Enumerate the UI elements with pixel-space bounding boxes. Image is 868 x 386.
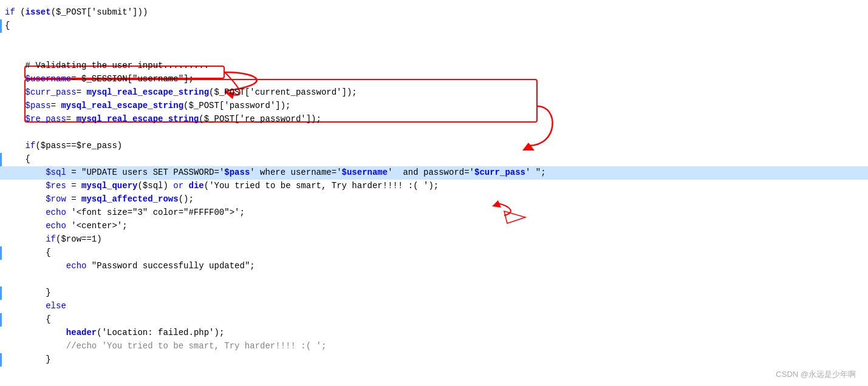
code-line-header: header('Location: failed.php');: [0, 327, 868, 340]
line-content-brace1: {: [0, 153, 868, 166]
code-line-empty-3: [0, 126, 868, 140]
line-content-echo1: echo '<font size="3" color="#FFFF00">';: [0, 206, 868, 219]
line-content-if-row: if($row==1): [0, 233, 868, 246]
code-container: if (isset($_POST['submit'])) { # Validat…: [0, 0, 868, 386]
code-line-echo1: echo '<font size="3" color="#FFFF00">';: [0, 206, 868, 220]
code-line-sql: $sql = "UPDATE users SET PASSWORD='$pass…: [0, 166, 868, 180]
line-content-re-pass: $re_pass= mysql_real_escape_string($_POS…: [0, 113, 868, 126]
code-line-res: $res = mysql_query($sql) or die('You tri…: [0, 180, 868, 193]
code-line-username: $username= $_SESSION["username"];: [0, 73, 868, 86]
code-line-if-row: if($row==1): [0, 233, 868, 246]
line-content-brace3: {: [0, 313, 868, 326]
line-content-close-brace1: }: [0, 286, 868, 299]
line-content-comment2: //echo 'You tried to be smart, Try harde…: [0, 340, 868, 353]
line-content-else: else: [0, 300, 868, 313]
line-content-pass: $pass= mysql_real_escape_string($_POST['…: [0, 100, 868, 112]
code-line-if-pass: if($pass==$re_pass): [0, 140, 868, 153]
code-line-comment2: //echo 'You tried to be smart, Try harde…: [0, 340, 868, 353]
line-content-echo-success: echo "Password successfully updated";: [0, 260, 868, 273]
code-line-echo-success: echo "Password successfully updated";: [0, 260, 868, 273]
code-line-echo2: echo '<center>';: [0, 220, 868, 233]
line-content-comment: # Validating the user input.........: [0, 59, 868, 72]
csdn-watermark: CSDN @永远是少年啊: [776, 368, 856, 381]
code-line-empty-4: [0, 273, 868, 286]
code-line-empty-2: [0, 46, 868, 59]
line-content-res: $res = mysql_query($sql) or die('You tri…: [0, 180, 868, 192]
line-content-2: {: [0, 19, 868, 32]
code-line-1: if (isset($_POST['submit'])): [0, 6, 868, 19]
line-content-row: $row = mysql_affected_rows();: [0, 193, 868, 206]
code-line-brace1: {: [0, 153, 868, 166]
code-line-re-pass: $re_pass= mysql_real_escape_string($_POS…: [0, 113, 868, 126]
line-content-brace2: {: [0, 246, 868, 259]
code-line-pass: $pass= mysql_real_escape_string($_POST['…: [0, 100, 868, 113]
code-line-close-brace2: }: [0, 353, 868, 367]
line-content-if-pass: if($pass==$re_pass): [0, 140, 868, 152]
code-lines: if (isset($_POST['submit'])) { # Validat…: [0, 6, 868, 367]
code-line-2: {: [0, 19, 868, 33]
line-content-header: header('Location: failed.php');: [0, 327, 868, 339]
line-content-username: $username= $_SESSION["username"];: [0, 73, 868, 86]
line-content-sql: $sql = "UPDATE users SET PASSWORD='$pass…: [0, 166, 868, 179]
code-line-empty-1: [0, 33, 868, 46]
code-line-else: else: [0, 300, 868, 313]
code-line-row: $row = mysql_affected_rows();: [0, 193, 868, 206]
code-line-close-brace1: }: [0, 286, 868, 300]
code-line-curr-pass: $curr_pass= mysql_real_escape_string($_P…: [0, 86, 868, 100]
code-line-brace2: {: [0, 246, 868, 260]
code-line-brace3: {: [0, 313, 868, 327]
line-content-echo2: echo '<center>';: [0, 220, 868, 232]
line-content-close-brace2: }: [0, 353, 868, 366]
line-content-curr-pass: $curr_pass= mysql_real_escape_string($_P…: [0, 86, 868, 99]
line-content-1: if (isset($_POST['submit'])): [0, 6, 868, 19]
code-line-comment: # Validating the user input.........: [0, 59, 868, 73]
